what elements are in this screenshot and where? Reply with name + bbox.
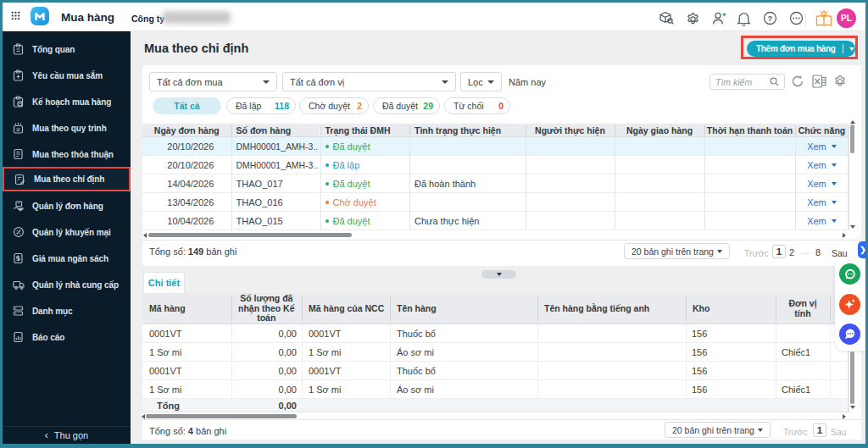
svg-text:?: ? [768, 14, 773, 23]
